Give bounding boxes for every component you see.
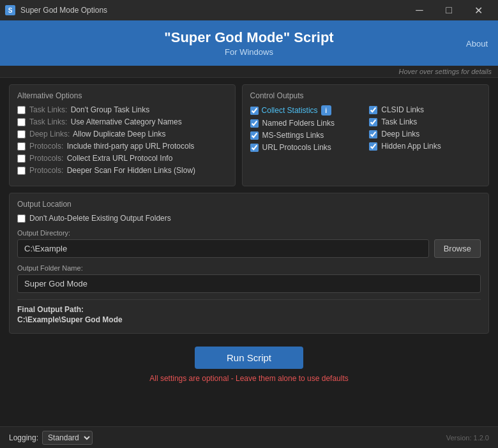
list-item: Task Links: Don't Group Task Links <box>17 105 227 114</box>
collect-statistics-checkbox[interactable] <box>250 107 259 115</box>
title-bar-left: S Super God Mode Options <box>5 5 107 15</box>
control-outputs-col2: CLSID Links Task Links Deep Links Hidden… <box>369 105 481 155</box>
list-item: Task Links <box>369 117 481 126</box>
dont-auto-delete-checkbox[interactable] <box>17 214 26 223</box>
minimize-button[interactable]: ─ <box>405 0 434 20</box>
header-title: "Super God Mode" Script <box>10 29 488 46</box>
url-protocols-links-checkbox[interactable] <box>250 144 259 152</box>
dont-auto-delete-label: Don't Auto-Delete Existing Output Folder… <box>29 214 171 223</box>
main-content: Alternative Options Task Links: Don't Gr… <box>0 78 498 394</box>
control-outputs-grid: Collect Statistics i Named Folders Links… <box>250 105 481 155</box>
list-item: Protocols: Include third-party app URL P… <box>17 142 227 151</box>
run-script-button[interactable]: Run Script <box>195 347 303 369</box>
clsid-links-checkbox[interactable] <box>369 106 377 114</box>
collect-statistics-label: Collect Statistics <box>262 106 318 115</box>
protocols-extra-info-checkbox[interactable] <box>17 154 26 163</box>
deep-links-checkbox[interactable] <box>369 130 377 138</box>
logging-label: Logging: <box>9 433 38 442</box>
app-icon: S <box>5 5 15 15</box>
deep-links-dup-checkbox[interactable] <box>17 130 26 138</box>
logging-select[interactable]: Standard Verbose None <box>42 431 93 445</box>
alternative-options-panel: Alternative Options Task Links: Don't Gr… <box>9 84 236 186</box>
title-bar-text: Super God Mode Options <box>20 6 107 15</box>
directory-label: Output Directory: <box>17 229 481 237</box>
collect-statistics-info-icon[interactable]: i <box>321 105 331 116</box>
list-item: CLSID Links <box>369 105 481 114</box>
title-bar: S Super God Mode Options ─ □ ✕ <box>0 0 498 20</box>
header: "Super God Mode" Script For Windows Abou… <box>0 20 498 66</box>
browse-button[interactable]: Browse <box>434 239 481 258</box>
named-folders-links-checkbox[interactable] <box>250 119 259 128</box>
hidden-app-links-checkbox[interactable] <box>369 142 377 151</box>
output-location-title: Output Location <box>17 200 481 209</box>
about-link[interactable]: About <box>466 38 488 48</box>
final-output: Final Output Path: C:\Example\Super God … <box>17 299 481 324</box>
list-item: Protocols: Deeper Scan For Hidden Links … <box>17 166 227 175</box>
folder-name-label: Output Folder Name: <box>17 264 481 272</box>
maximize-button[interactable]: □ <box>434 0 464 20</box>
ms-settings-links-checkbox[interactable] <box>250 131 259 140</box>
panels-row: Alternative Options Task Links: Don't Gr… <box>9 84 489 186</box>
directory-row: Browse <box>17 239 481 258</box>
alternative-options-title: Alternative Options <box>17 91 227 100</box>
list-item: MS-Settings Links <box>250 131 362 140</box>
final-output-label: Final Output Path: <box>17 305 481 314</box>
header-subtitle: For Windows <box>10 47 488 57</box>
run-hint: All settings are optional - Leave them a… <box>9 374 489 383</box>
task-links-no-group-checkbox[interactable] <box>17 106 26 114</box>
bottom-bar: Logging: Standard Verbose None Version: … <box>0 426 498 448</box>
directory-input[interactable] <box>17 239 429 258</box>
output-location-panel: Output Location Don't Auto-Delete Existi… <box>9 193 489 334</box>
final-output-path: C:\Example\Super God Mode <box>17 315 481 324</box>
list-item: Protocols: Collect Extra URL Protocol In… <box>17 154 227 163</box>
logging-row: Logging: Standard Verbose None <box>9 431 93 445</box>
control-outputs-panel: Control Outputs Collect Statistics i Nam… <box>242 84 489 186</box>
control-outputs-col1: Collect Statistics i Named Folders Links… <box>250 105 362 155</box>
protocols-deeper-scan-checkbox[interactable] <box>17 167 26 175</box>
close-button[interactable]: ✕ <box>464 0 493 20</box>
task-links-checkbox[interactable] <box>369 118 377 126</box>
list-item: Deep Links: Allow Duplicate Deep Links <box>17 130 227 138</box>
folder-name-input[interactable] <box>17 274 481 293</box>
dont-auto-delete-row: Don't Auto-Delete Existing Output Folder… <box>17 214 481 223</box>
run-section: Run Script All settings are optional - L… <box>9 340 489 388</box>
protocols-third-party-checkbox[interactable] <box>17 142 26 151</box>
hover-hint: Hover over settings for details <box>0 66 498 78</box>
list-item: URL Protocols Links <box>250 143 362 152</box>
list-item: Named Folders Links <box>250 119 362 128</box>
version-text: Version: 1.2.0 <box>446 434 489 442</box>
title-bar-controls: ─ □ ✕ <box>405 0 493 20</box>
list-item: Hidden App Links <box>369 142 481 151</box>
list-item: Collect Statistics i <box>250 105 362 116</box>
control-outputs-title: Control Outputs <box>250 91 481 100</box>
list-item: Task Links: Use Alternative Category Nam… <box>17 117 227 126</box>
task-links-alt-category-checkbox[interactable] <box>17 118 26 126</box>
list-item: Deep Links <box>369 130 481 138</box>
